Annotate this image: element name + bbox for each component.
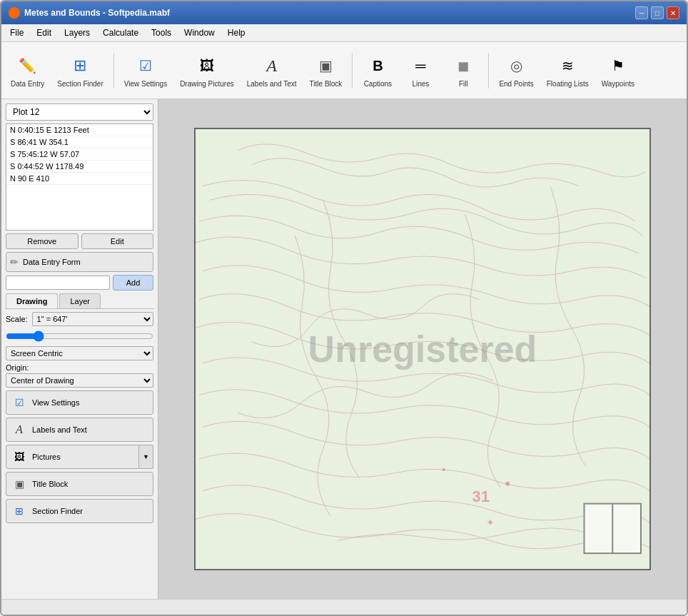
menu-layers[interactable]: Layers (59, 26, 96, 40)
menu-edit[interactable]: Edit (31, 26, 57, 40)
title-block-sidebar-label: Title Block (32, 480, 68, 488)
svg-point-4 (442, 468, 445, 471)
captions-icon: B (365, 53, 390, 79)
data-entry-form-label: Data Entry Form (23, 258, 81, 266)
labels-text-sidebar-label: Labels and Text (32, 425, 87, 434)
checkbox-icon (12, 395, 26, 410)
topo-map: 31 ✦ (196, 129, 649, 569)
title-bar-left: Metes and Bounds - Softpedia.mabf (9, 7, 170, 19)
edit-button[interactable]: Edit (81, 233, 154, 249)
sidebar: Plot 12 Plot 1 Plot 2 N 0:40:15 E 1213 F… (1, 99, 158, 599)
toolbar-labels-text[interactable]: A Labels and Text (242, 49, 302, 91)
menu-help[interactable]: Help (222, 26, 251, 40)
add-input[interactable] (6, 276, 110, 290)
title-block-sidebar-btn[interactable]: ▣ Title Block (6, 472, 153, 496)
divider-3 (488, 53, 489, 89)
tab-drawing[interactable]: Drawing (6, 293, 58, 308)
svg-text:31: 31 (472, 488, 490, 505)
list-item[interactable]: S 75:45:12 W 57.07 (6, 148, 153, 161)
app-icon (9, 7, 20, 19)
svg-point-3 (505, 482, 510, 486)
divider-2 (352, 53, 353, 89)
waypoints-icon: ⚑ (605, 53, 631, 79)
toolbar-fill[interactable]: ◼ Fill (443, 49, 483, 91)
origin-select[interactable]: Center of Drawing Top Left Bottom Left (6, 373, 153, 388)
menu-window[interactable]: Window (178, 26, 221, 40)
data-entry-label: Data Entry (11, 80, 44, 88)
view-settings-sidebar-btn[interactable]: View Settings (6, 390, 153, 415)
close-button[interactable]: ✕ (667, 6, 679, 19)
toolbar-lines[interactable]: ═ Lines (400, 49, 440, 91)
minimize-button[interactable]: ─ (635, 6, 648, 19)
remove-button[interactable]: Remove (6, 233, 79, 249)
map-container[interactable]: 31 ✦ Unregistered (194, 128, 651, 570)
drawing-pictures-label: Drawing Pictures (180, 80, 234, 88)
pictures-row: 🖼 Pictures ▼ (6, 445, 153, 469)
drawing-pictures-icon: 🖼 (194, 53, 220, 79)
data-list[interactable]: N 0:40:15 E 1213 Feet S 86:41 W 354.1 S … (6, 123, 153, 231)
menu-tools[interactable]: Tools (146, 26, 177, 40)
toolbar-drawing-pictures[interactable]: 🖼 Drawing Pictures (175, 49, 239, 91)
divider-1 (113, 53, 114, 89)
toolbar-data-entry[interactable]: ✏️ Data Entry (6, 49, 49, 91)
section-finder-small-icon: ⊞ (12, 504, 26, 518)
menu-bar: File Edit Layers Calculate Tools Window … (1, 24, 687, 42)
title-bar: Metes and Bounds - Softpedia.mabf ─ □ ✕ (1, 1, 687, 24)
origin-label: Origin: (6, 363, 153, 372)
pictures-label: Pictures (32, 453, 61, 461)
toolbar-captions[interactable]: B Captions (358, 49, 398, 91)
labels-text-label: Labels and Text (247, 80, 297, 88)
view-settings-label: View Settings (124, 80, 167, 88)
section-finder-sidebar-btn[interactable]: ⊞ Section Finder (6, 499, 153, 523)
toolbar-view-settings[interactable]: ☑ View Settings (119, 49, 172, 91)
labels-text-sidebar-btn[interactable]: Labels and Text (6, 418, 153, 442)
scale-select[interactable]: 1" = 647' 1" = 100' 1" = 200' 1" = 1000' (32, 312, 153, 326)
floating-lists-icon: ≋ (555, 53, 580, 79)
origin-section: Origin: Center of Drawing Top Left Botto… (6, 363, 153, 388)
maximize-button[interactable]: □ (651, 6, 664, 19)
list-item[interactable]: N 90 E 410 (6, 173, 153, 185)
remove-edit-row: Remove Edit (6, 233, 153, 249)
window-title: Metes and Bounds - Softpedia.mabf (24, 8, 170, 18)
status-bar (1, 599, 687, 615)
toolbar: ✏️ Data Entry ⊞ Section Finder ☑ View Se… (1, 42, 687, 99)
view-settings-sidebar-label: View Settings (32, 398, 79, 407)
labels-text-icon: A (259, 53, 285, 79)
toolbar-title-block[interactable]: ▣ Title Block (305, 49, 348, 91)
pictures-main-btn[interactable]: 🖼 Pictures (6, 445, 139, 469)
menu-file[interactable]: File (4, 26, 29, 40)
list-item[interactable]: S 0:44:52 W 1178.49 (6, 161, 153, 173)
title-block-small-icon: ▣ (12, 477, 26, 491)
end-points-label: End Points (499, 80, 533, 88)
labels-icon (12, 423, 26, 437)
toolbar-waypoints[interactable]: ⚑ Waypoints (597, 49, 639, 91)
data-entry-form-button[interactable]: Data Entry Form (6, 252, 153, 272)
pictures-dropdown-btn[interactable]: ▼ (139, 445, 153, 469)
menu-calculate[interactable]: Calculate (97, 26, 144, 40)
section-finder-icon: ⊞ (67, 53, 93, 79)
section-finder-sidebar-label: Section Finder (32, 507, 83, 515)
list-item[interactable]: N 0:40:15 E 1213 Feet (6, 124, 153, 136)
form-icon (10, 256, 19, 268)
main-window: Metes and Bounds - Softpedia.mabf ─ □ ✕ … (0, 0, 688, 616)
scale-label: Scale: (6, 315, 28, 323)
title-block-label: Title Block (310, 80, 343, 88)
tab-bar: Drawing Layer (6, 293, 153, 309)
plot-select[interactable]: Plot 12 Plot 1 Plot 2 (6, 103, 153, 121)
position-select[interactable]: Screen Centric Fixed (6, 346, 153, 360)
lines-icon: ═ (408, 53, 433, 79)
scale-slider[interactable] (6, 330, 153, 342)
add-row: Add (6, 275, 153, 291)
add-button[interactable]: Add (113, 275, 153, 291)
end-points-icon: ◎ (504, 53, 530, 79)
list-item[interactable]: S 86:41 W 354.1 (6, 136, 153, 148)
scale-row: Scale: 1" = 647' 1" = 100' 1" = 200' 1" … (6, 312, 153, 326)
toolbar-section-finder[interactable]: ⊞ Section Finder (52, 49, 108, 91)
toolbar-end-points[interactable]: ◎ End Points (494, 49, 538, 91)
title-bar-controls: ─ □ ✕ (635, 6, 679, 19)
main-content: Plot 12 Plot 1 Plot 2 N 0:40:15 E 1213 F… (1, 99, 687, 599)
view-settings-icon: ☑ (133, 53, 158, 79)
tab-layer[interactable]: Layer (59, 293, 101, 308)
toolbar-floating-lists[interactable]: ≋ Floating Lists (542, 49, 594, 91)
section-finder-label: Section Finder (57, 80, 103, 88)
